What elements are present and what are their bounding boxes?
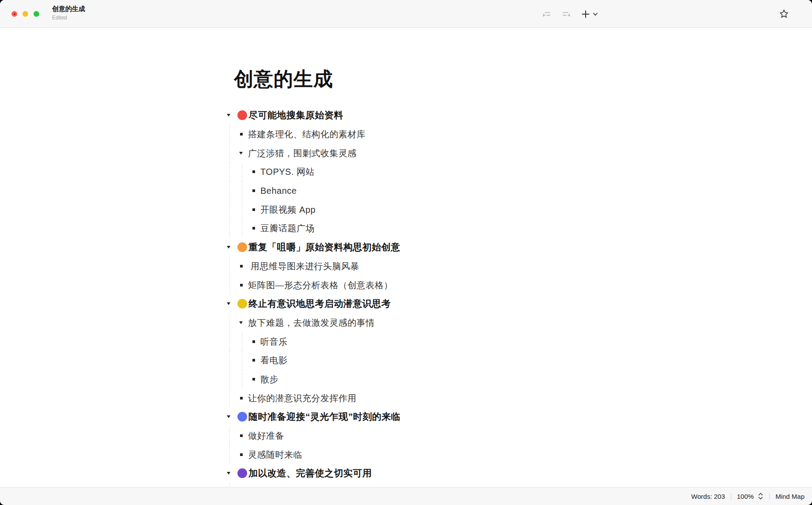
indent-guide — [242, 219, 242, 238]
bullet-icon[interactable] — [252, 208, 255, 211]
indent-guide — [242, 162, 242, 181]
section-bullet-circle[interactable] — [237, 242, 247, 252]
indent-guide — [229, 275, 230, 294]
collapse-arrow-icon[interactable] — [239, 152, 243, 155]
indent-icon[interactable] — [541, 9, 552, 19]
mind-map-toggle[interactable]: Mind Map — [775, 493, 804, 500]
outline-row: 让你的潜意识充分发挥作用 — [0, 388, 812, 407]
close-button[interactable] — [11, 11, 17, 17]
outline-row: 豆瓣话题广场 — [0, 219, 812, 238]
word-count: Words: 203 — [691, 493, 725, 500]
bullet-icon[interactable] — [240, 453, 243, 456]
outline-row: 看电影 — [0, 351, 812, 370]
outline-item-text[interactable]: 搭建条理化、结构化的素材库 — [248, 128, 366, 140]
collapse-arrow-icon[interactable] — [227, 415, 230, 418]
outline-row: 广泛涉猎，围剿式收集灵感 — [0, 143, 812, 162]
section-bullet-circle[interactable] — [237, 468, 247, 478]
bullet-icon[interactable] — [252, 340, 255, 343]
indent-guide — [242, 200, 242, 219]
bullet-icon[interactable] — [240, 284, 243, 286]
outline-item-text[interactable]: TOPYS. 网站 — [260, 166, 315, 178]
outline-item-text[interactable]: 终止有意识地思考启动潜意识思考 — [248, 298, 391, 310]
bullet-icon[interactable] — [240, 434, 243, 437]
app-window: 创意的生成 Edited — [0, 0, 812, 505]
outline-item-text[interactable]: 加以改造、完善使之切实可用 — [248, 467, 372, 479]
zoom-level: 100% — [737, 493, 754, 500]
window-title: 创意的生成 — [52, 5, 85, 13]
star-icon[interactable] — [778, 8, 789, 19]
outline-item-text[interactable]: 随时准备迎接“灵光乍现”时刻的来临 — [248, 411, 401, 423]
outline-row: 散步 — [0, 370, 812, 389]
outdent-icon[interactable] — [561, 9, 571, 19]
outline-row: 加以改造、完善使之切实可用 — [0, 464, 812, 483]
indent-guide — [242, 181, 242, 200]
add-icon — [581, 10, 590, 19]
divider — [769, 493, 770, 500]
indent-guide — [229, 200, 230, 219]
bullet-icon[interactable] — [252, 189, 255, 192]
bullet-icon[interactable] — [240, 265, 243, 268]
outline-row: 灵感随时来临 — [0, 445, 812, 464]
traffic-lights — [11, 11, 39, 17]
outline-row: 终止有意识地思考启动潜意识思考 — [0, 294, 812, 313]
bullet-icon[interactable] — [240, 133, 243, 136]
section-bullet-circle[interactable] — [237, 412, 247, 422]
outline-item-text[interactable]: 让你的潜意识充分发挥作用 — [248, 392, 357, 404]
outline-item-text[interactable]: 听音乐 — [260, 335, 288, 347]
outline-row: 用思维导图来进行头脑风暴 — [0, 257, 812, 276]
indent-guide — [229, 125, 230, 144]
outline-item-text[interactable]: 看电影 — [260, 354, 288, 366]
indent-guide — [242, 370, 242, 389]
outline-row: 重复「咀嚼」原始资料构思初始创意 — [0, 238, 812, 257]
outline-item-text[interactable]: 做好准备 — [248, 430, 284, 442]
indent-guide — [229, 162, 230, 181]
bullet-icon[interactable] — [240, 397, 243, 399]
collapse-arrow-icon[interactable] — [227, 246, 230, 249]
outline-item-text[interactable]: 开眼视频 App — [260, 204, 316, 215]
bullet-icon[interactable] — [252, 359, 255, 362]
outline-row: 尽可能地搜集原始资料 — [0, 106, 812, 125]
outline-row: 搭建条理化、结构化的素材库 — [0, 125, 812, 144]
collapse-arrow-icon[interactable] — [239, 321, 243, 324]
indent-guide — [242, 351, 242, 370]
minimize-button[interactable] — [23, 11, 28, 17]
zoom-button[interactable] — [34, 11, 39, 17]
outline-item-text[interactable]: 散步 — [260, 373, 278, 385]
outline-item-text[interactable]: 豆瓣话题广场 — [260, 222, 315, 234]
indent-guide — [229, 445, 230, 464]
outline-list: 尽可能地搜集原始资料搭建条理化、结构化的素材库广泛涉猎，围剿式收集灵感TOPYS… — [0, 106, 812, 486]
zoom-stepper[interactable] — [758, 492, 763, 500]
status-bar: Words: 203 100% Mind Map — [0, 487, 812, 505]
add-button[interactable] — [581, 10, 598, 19]
indent-guide — [229, 257, 230, 276]
indent-guide — [229, 426, 230, 445]
outline-item-text[interactable]: 灵感随时来临 — [248, 448, 302, 460]
indent-guide — [229, 181, 230, 200]
outline-item-text[interactable]: 尽可能地搜集原始资料 — [248, 109, 343, 121]
indent-guide — [229, 313, 230, 332]
indent-guide — [229, 483, 230, 486]
outline-row: 做好准备 — [0, 426, 812, 445]
indent-guide — [229, 370, 230, 389]
document-title[interactable]: 创意的生成 — [234, 67, 333, 91]
indent-guide — [242, 332, 242, 351]
edited-badge: Edited — [52, 15, 85, 21]
outline-row: 听音乐 — [0, 332, 812, 351]
bullet-icon[interactable] — [252, 170, 255, 173]
outline-item-text[interactable]: 广泛涉猎，围剿式收集灵感 — [248, 147, 357, 159]
bullet-icon[interactable] — [252, 378, 255, 381]
collapse-arrow-icon[interactable] — [227, 302, 230, 305]
bullet-icon[interactable] — [252, 227, 255, 230]
outline-item-text[interactable]: 放下难题，去做激发灵感的事情 — [248, 317, 375, 328]
outline-item-text[interactable]: 用思维导图来进行头脑风暴 — [248, 260, 359, 272]
editor-area: 创意的生成 尽可能地搜集原始资料搭建条理化、结构化的素材库广泛涉猎，围剿式收集灵… — [0, 28, 812, 486]
outline-item-text[interactable]: 矩阵图—形态分析表格（创意表格） — [248, 279, 393, 291]
outline-row: TOPYS. 网站 — [0, 162, 812, 181]
collapse-arrow-icon[interactable] — [227, 472, 230, 475]
outline-item-text[interactable]: Behance — [260, 186, 297, 196]
section-bullet-circle[interactable] — [237, 299, 247, 309]
collapse-arrow-icon[interactable] — [227, 114, 230, 117]
outline-row: 放下难题，去做激发灵感的事情 — [0, 313, 812, 332]
section-bullet-circle[interactable] — [237, 110, 247, 120]
outline-item-text[interactable]: 重复「咀嚼」原始资料构思初始创意 — [248, 241, 400, 253]
